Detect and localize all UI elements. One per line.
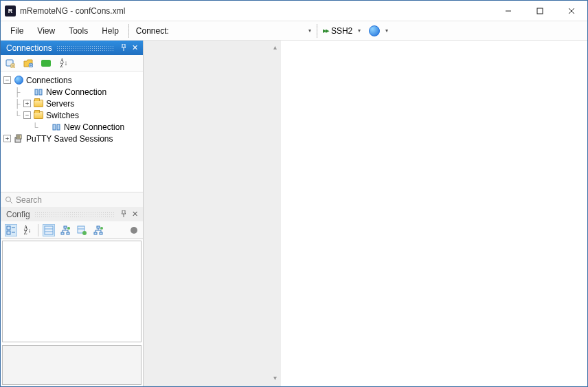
svg-rect-21 (7, 226, 10, 230)
connection-icon (51, 122, 62, 133)
tree-label: PuTTY Saved Sessions (26, 134, 113, 144)
categorized-icon[interactable] (5, 224, 17, 236)
connection-viewport (281, 41, 587, 386)
config-description-box (2, 345, 142, 385)
connections-toolbar: AZ ↓ (1, 55, 143, 71)
expander-icon[interactable]: − (23, 111, 31, 119)
tree-root[interactable]: − Connections (3, 74, 143, 86)
config-panel: AZ ↓ (1, 221, 143, 386)
search-box[interactable]: Search (1, 192, 143, 207)
svg-rect-25 (45, 226, 53, 234)
config-toolbar: AZ ↓ (1, 221, 143, 239)
panel-close-icon[interactable]: ✕ (129, 210, 140, 219)
svg-point-31 (67, 227, 70, 230)
svg-rect-13 (53, 124, 56, 130)
folder-icon (33, 110, 44, 121)
titlebar: R mRemoteNG - confCons.xml (1, 1, 587, 21)
svg-rect-14 (57, 124, 60, 130)
expander-icon[interactable]: + (23, 100, 31, 107)
svg-rect-11 (35, 89, 38, 95)
content-area: ▴ ▾ (144, 41, 587, 386)
svg-rect-29 (61, 232, 64, 234)
tree-label: New Connection (46, 87, 106, 97)
connect-icon[interactable] (41, 58, 52, 69)
tree-node-switches[interactable]: └ − Switches (3, 109, 143, 121)
scroll-down-icon[interactable]: ▾ (270, 374, 280, 384)
new-folder-icon[interactable] (23, 58, 34, 69)
protocol-label: SSH2 (331, 26, 352, 36)
protocol-selector[interactable]: ▸▸ SSH2 ▾ (320, 25, 366, 37)
tree-node-new-connection-2[interactable]: └ New Connection (3, 121, 143, 133)
svg-rect-22 (7, 231, 10, 234)
properties-icon[interactable] (43, 224, 55, 236)
svg-point-34 (82, 231, 87, 235)
connections-tree[interactable]: − Connections ├ New Connection ├ + Serve… (1, 71, 143, 192)
menu-separator (128, 24, 129, 38)
search-placeholder: Search (16, 195, 42, 205)
connect-dropdown[interactable]: ▾ (306, 27, 314, 34)
tree-label: Servers (46, 99, 74, 109)
svg-rect-16 (16, 135, 21, 139)
status-dot-icon (131, 227, 137, 234)
putty-icon (13, 133, 24, 144)
folder-icon (33, 98, 44, 109)
pin-icon[interactable] (118, 44, 129, 52)
play-icon: ▸▸ (323, 26, 328, 35)
menu-separator-2 (317, 24, 317, 38)
main-area: Connections ✕ AZ ↓ (1, 41, 587, 386)
new-connection-icon[interactable] (5, 58, 16, 69)
svg-point-19 (6, 197, 11, 201)
connect-label: Connect: (132, 23, 172, 38)
panel-grip (56, 45, 114, 51)
expander-icon[interactable]: + (3, 135, 11, 142)
app-icon: R (5, 5, 16, 16)
menu-file[interactable]: File (3, 23, 30, 38)
sort-icon[interactable]: AZ ↓ (58, 58, 69, 69)
alphabetical-icon[interactable]: AZ ↓ (21, 224, 34, 236)
connections-panel-header[interactable]: Connections ✕ (1, 41, 143, 55)
panel-close-icon[interactable]: ✕ (129, 43, 140, 52)
svg-rect-12 (39, 89, 42, 95)
tree-label: New Connection (64, 122, 124, 132)
svg-rect-36 (94, 232, 97, 234)
connections-panel-title: Connections (6, 43, 52, 53)
web-selector[interactable]: ▾ (366, 24, 394, 38)
expander-icon[interactable]: − (3, 76, 11, 84)
left-pane: Connections ✕ AZ ↓ (1, 41, 144, 386)
svg-rect-37 (100, 232, 102, 234)
tree-label: Switches (46, 111, 79, 120)
menu-view[interactable]: View (30, 23, 62, 38)
inheritance-icon[interactable] (59, 224, 71, 236)
connect-input[interactable] (172, 24, 306, 38)
default-inheritance-icon[interactable] (92, 224, 104, 236)
config-property-grid[interactable] (2, 241, 142, 342)
svg-point-38 (100, 227, 103, 230)
globe-icon (13, 75, 24, 86)
menu-help[interactable]: Help (95, 23, 126, 38)
tree-node-new-connection[interactable]: ├ New Connection (3, 86, 143, 98)
globe-icon (369, 25, 380, 36)
config-panel-header[interactable]: Config ✕ (1, 207, 143, 221)
close-button[interactable] (556, 1, 587, 21)
search-icon (5, 196, 13, 204)
menubar: File View Tools Help Connect: ▾ ▸▸ SSH2 … (1, 21, 587, 41)
svg-line-20 (10, 201, 12, 203)
protocol-dropdown-icon: ▾ (355, 27, 363, 34)
tree-node-servers[interactable]: ├ + Servers (3, 98, 143, 109)
tree-label: Connections (26, 76, 72, 85)
minimize-button[interactable] (493, 1, 524, 21)
scroll-up-icon[interactable]: ▴ (270, 43, 280, 53)
svg-rect-30 (67, 232, 69, 234)
tree-node-putty[interactable]: + PuTTY Saved Sessions (3, 133, 143, 144)
pin-icon[interactable] (118, 210, 129, 219)
toolbar-divider (38, 224, 38, 236)
default-properties-icon[interactable] (76, 224, 88, 236)
config-panel-title: Config (6, 210, 30, 219)
svg-rect-35 (97, 226, 100, 228)
window-title: mRemoteNG - confCons.xml (20, 6, 125, 16)
svg-rect-28 (64, 226, 67, 228)
svg-rect-1 (537, 8, 543, 14)
web-dropdown-icon: ▾ (383, 27, 391, 34)
maximize-button[interactable] (524, 1, 556, 21)
menu-tools[interactable]: Tools (62, 23, 95, 38)
